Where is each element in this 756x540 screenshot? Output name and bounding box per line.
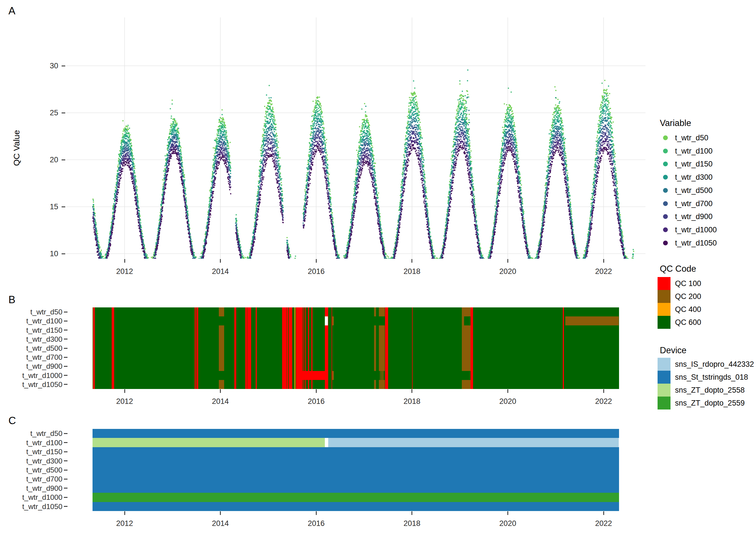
qc-stripe-qc-100: [196, 371, 198, 380]
qc-stripe-qc-100: [256, 362, 257, 371]
panel-a-y-tick-label: 15: [25, 202, 58, 211]
qc-stripe-qc-100: [196, 353, 198, 362]
variable-legend-dot: [663, 240, 668, 245]
qc-stripe-qc-100: [304, 307, 305, 317]
qc-stripe-qc-100: [325, 362, 328, 371]
qc-stripe-qc-100: [194, 326, 196, 335]
qc-stripe-qc-200: [462, 362, 470, 371]
x-tick-mark: [316, 511, 317, 515]
qc-stripe-qc-100: [282, 335, 286, 344]
x-tick-label: 2014: [203, 519, 237, 528]
variable-legend-dot: [663, 162, 668, 167]
variable-legend-dot: [663, 214, 668, 219]
row-label-d900: t_wtr_d900: [0, 362, 63, 371]
qc-stripe-qc-200: [379, 307, 384, 317]
qc-stripe-qc-100: [563, 307, 564, 317]
qc-legend-swatch: [658, 316, 671, 329]
qc-stripe-qc-100: [287, 353, 288, 362]
qc-stripe-qc-100: [303, 380, 304, 389]
device-segment: [92, 466, 619, 474]
qc-stripe-qc-100: [308, 307, 309, 317]
qc-stripe-qc-100: [470, 380, 473, 389]
qc-stripe-qc-400: [295, 362, 295, 371]
qc-stripe-qc-100: [331, 335, 332, 344]
qc-stripe-qc-100: [282, 326, 286, 335]
qc-stripe-qc-100: [247, 326, 251, 335]
x-tick-mark: [603, 389, 604, 393]
qc-stripe-qc-100: [331, 307, 332, 317]
qc-stripe-qc-100: [196, 307, 198, 317]
qc-legend-label: QC 100: [675, 279, 701, 288]
qc-stripe-qc-100: [470, 371, 473, 380]
qc-stripe-qc-100: [303, 353, 304, 362]
qc-stripe-qc-400: [295, 317, 295, 326]
qc-stripe-qc-100: [325, 371, 328, 380]
device-segment: [92, 429, 619, 438]
row-label-d300: t_wtr_d300: [0, 335, 63, 343]
qc-stripe-qc-100: [296, 371, 302, 380]
qc-stripe-qc-200: [462, 326, 470, 335]
qc-stripe-qc-100: [289, 380, 292, 389]
qc-stripe-qc-100: [196, 380, 198, 389]
qc-stripe-qc-100: [305, 307, 306, 317]
qc-stripe-qc-100: [470, 344, 473, 353]
qc-stripe-qc-100: [287, 317, 288, 326]
qc-stripe-qc-100: [196, 335, 198, 344]
qc-stripe-qc-100: [470, 353, 473, 362]
qc-stripe-qc-100: [331, 344, 332, 353]
variable-legend-label: t_wtr_d900: [675, 212, 713, 221]
row-label-d50: t_wtr_d50: [0, 308, 63, 317]
qc-stripe-qc-100: [296, 362, 302, 371]
qc-stripe-qc-100: [563, 362, 564, 371]
panel-a-y-tick-label: 30: [25, 62, 58, 70]
device-segment: [92, 502, 619, 511]
qc-stripe-qc-100: [245, 317, 247, 326]
qc-stripe-qc-100: [289, 362, 292, 371]
qc-stripe-qc-100: [308, 326, 309, 335]
qc-stripe-qc-100: [563, 371, 564, 380]
qc-stripe-qc-100: [331, 362, 332, 371]
qc-stripe-qc-100: [112, 353, 114, 362]
qc-stripe-qc-100: [304, 344, 305, 353]
qc-stripe-qc-100: [331, 380, 332, 389]
panel-b-letter: B: [8, 294, 16, 306]
qc-stripe-qc-100: [563, 326, 564, 335]
x-tick-mark: [507, 259, 508, 263]
x-tick-mark: [507, 511, 508, 515]
qc-stripe-qc-200: [565, 317, 619, 326]
qc-stripe-qc-100: [303, 344, 304, 353]
qc-stripe-qc-200: [462, 307, 470, 317]
qc-stripe-qc-200: [379, 353, 384, 362]
qc-stripe-qc-100: [563, 353, 564, 362]
qc-stripe-qc-100: [385, 307, 388, 317]
qc-stripe-qc-200: [374, 307, 376, 317]
qc-stripe-qc-200: [374, 353, 376, 362]
qc-stripe-qc-100: [112, 307, 114, 317]
qc-stripe-qc-100: [289, 335, 292, 344]
row-label-d150: t_wtr_d150: [0, 448, 63, 456]
qc-stripe-qc-100: [112, 335, 114, 344]
qc-stripe-qc-100: [296, 353, 302, 362]
qc-stripe-qc-100: [247, 353, 251, 362]
qc-stripe-qc-200: [379, 362, 384, 371]
x-tick-mark: [124, 259, 125, 263]
qc-stripe-qc-100: [308, 317, 309, 326]
device-legend-swatch: [658, 397, 671, 410]
qc-stripe-qc-200: [374, 344, 376, 353]
qc-stripe-qc-100: [331, 326, 332, 335]
row-tick-mark: [64, 497, 67, 498]
x-tick-label: 2022: [587, 397, 620, 406]
qc-stripe-qc-100: [305, 362, 306, 371]
qc-stripe-qc-100: [234, 344, 236, 353]
qc-stripe-qc-100: [256, 380, 257, 389]
row-label-d900: t_wtr_d900: [0, 484, 63, 492]
device-legend-swatch: [658, 358, 671, 371]
qc-stripe-qc-100: [93, 326, 95, 335]
qc-stripe-qc-100: [245, 335, 247, 344]
qc-stripe-qc-100: [412, 307, 413, 317]
qc-stripe-qc-100: [412, 362, 413, 371]
qc-stripe-qc-200: [374, 380, 376, 389]
qc-stripe-qc-100: [312, 335, 312, 344]
qc-stripe-qc-100: [93, 335, 95, 344]
panel-a-y-tick-mark: [62, 66, 65, 67]
